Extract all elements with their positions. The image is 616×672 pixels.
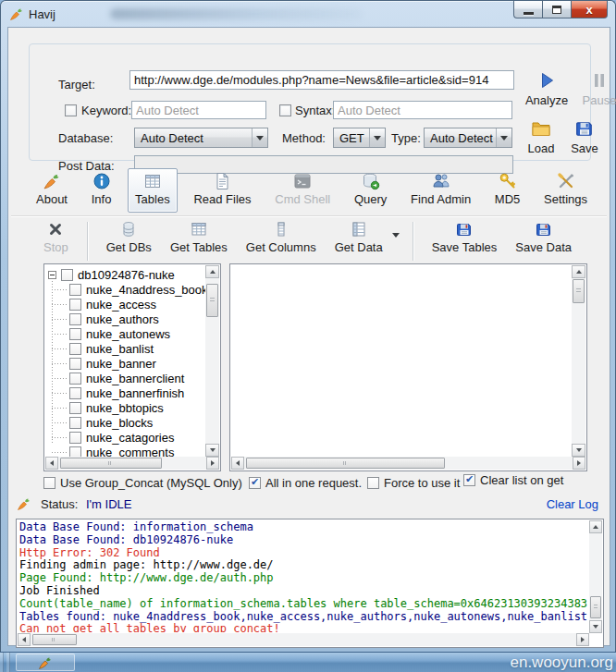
save-data-button[interactable]: Save Data [506,219,581,263]
tab-tables[interactable]: Tables [128,168,178,213]
keyword-checkbox[interactable] [65,104,77,116]
tree-vertical-scrollbar[interactable] [205,265,219,457]
database-select[interactable]: Auto Detect [134,128,268,148]
tree-root-checkbox[interactable] [61,269,73,281]
option-checkbox[interactable] [249,477,261,489]
tab-about[interactable]: About [29,168,75,213]
info-icon [92,172,111,190]
tree-item-checkbox[interactable] [69,446,81,458]
tree-item-row[interactable]: nuke_bannerfinish [44,385,205,400]
tree-horizontal-scrollbar[interactable] [45,457,219,470]
scroll-down-button[interactable] [572,444,585,457]
database-dropdown-button[interactable] [252,128,267,147]
scroll-left-button[interactable] [231,457,244,470]
option-checkbox[interactable] [367,477,379,489]
collapse-expander-icon[interactable] [48,271,56,279]
scroll-down-button[interactable] [205,444,219,457]
tree-root-row[interactable]: db10924876-nuke [44,267,205,282]
get-tables-button[interactable]: Get Tables [161,219,237,263]
target-input[interactable] [129,70,514,90]
maximize-button[interactable] [542,1,571,18]
scroll-left-button[interactable] [18,633,31,646]
tree-item-checkbox[interactable] [69,387,81,399]
scrollbar-thumb[interactable] [590,596,601,618]
method-dropdown-button[interactable] [369,128,385,147]
tables-tree[interactable]: db10924876-nuke nuke_4naddress_book nuke… [44,264,205,457]
scroll-down-button[interactable] [589,620,602,633]
get-columns-button[interactable]: Get Columns [237,219,326,263]
tree-item-row[interactable]: nuke_4naddress_book [44,282,205,297]
tab-find-admin[interactable]: Find Admin [403,168,478,213]
analyze-button[interactable]: Analyze [518,69,575,107]
tree-item-checkbox[interactable] [69,343,81,355]
option-item[interactable]: All in one request. [249,476,362,490]
option-item[interactable]: Use Group_Concat (MySQL Only) [43,476,242,490]
get-data-button[interactable]: Get Data [326,219,392,263]
close-button[interactable]: x [571,1,608,18]
tree-item-row[interactable]: nuke_bannerclient [44,371,205,385]
tree-item-row[interactable]: nuke_catagories [44,430,205,445]
scrollbar-thumb[interactable] [32,634,77,645]
tree-item-checkbox[interactable] [69,299,81,311]
scrollbar-thumb[interactable] [246,458,445,469]
option-checkbox[interactable] [463,474,475,486]
save-button[interactable]: Save [564,117,605,155]
scrollbar-thumb[interactable] [60,458,162,469]
syntax-checkbox[interactable] [279,104,291,116]
scrollbar-thumb[interactable] [206,284,218,317]
type-dropdown-button[interactable] [496,128,511,147]
scroll-right-button[interactable] [573,457,585,470]
scroll-left-button[interactable] [45,457,58,470]
tree-item-row[interactable]: nuke_access [44,297,205,312]
tree-item-checkbox[interactable] [69,328,81,340]
option-item[interactable]: Clear list on get [463,473,563,487]
tree-item-row[interactable]: nuke_authors [44,312,205,326]
tree-item-checkbox[interactable] [69,313,81,325]
syntax-input[interactable] [333,101,512,119]
data-grid-panel[interactable] [229,263,587,471]
tab-query[interactable]: Query [347,168,394,213]
get-dbs-button[interactable]: Get DBs [97,219,161,263]
tree-item-row[interactable]: nuke_blocks [44,415,205,430]
scroll-right-button[interactable] [206,457,219,470]
log-horizontal-scrollbar[interactable] [18,633,589,646]
keyword-input[interactable] [131,101,266,119]
tree-item-row[interactable]: nuke_banlist [44,341,205,356]
method-select[interactable]: GET [333,128,386,148]
scrollbar-thumb[interactable] [573,279,585,303]
tab-read-files[interactable]: Read Files [186,168,258,213]
tab-info[interactable]: Info [84,168,119,213]
scroll-right-button[interactable] [576,633,589,646]
log-panel[interactable]: Data Base Found: information_schema Data… [16,519,604,648]
tree-item-row[interactable]: nuke_banner [44,356,205,371]
taskbar[interactable]: en.wooyun.org [0,652,616,672]
scroll-up-button[interactable] [205,265,219,278]
grid-vertical-scrollbar[interactable] [572,265,585,457]
grid-horizontal-scrollbar[interactable] [231,457,585,470]
load-button[interactable]: Load [521,117,561,155]
tree-item-checkbox[interactable] [69,373,81,385]
log-line: Can not get all tables by group_concat! [19,623,587,632]
get-data-dropdown-button[interactable] [392,219,403,263]
minimize-button[interactable] [513,1,542,18]
save-tables-button[interactable]: Save Tables [423,219,507,263]
tree-item-row[interactable]: nuke_bbtopics [44,400,205,415]
title-bar[interactable]: Havij x [1,1,615,27]
tree-item-row[interactable]: nuke_comments [44,445,205,457]
tree-item-checkbox[interactable] [69,432,81,444]
option-checkbox[interactable] [43,477,55,489]
tree-item-checkbox[interactable] [69,284,81,296]
scroll-up-button[interactable] [572,265,585,278]
scroll-up-button[interactable] [589,520,602,533]
tree-item-checkbox[interactable] [69,402,81,414]
tree-item-checkbox[interactable] [69,417,81,429]
taskbar-havij-button[interactable] [16,654,75,671]
type-select[interactable]: Auto Detect [424,128,512,148]
tab-settings[interactable]: Settings [536,168,595,213]
clear-log-link[interactable]: Clear Log [547,497,598,511]
option-item[interactable]: Force to use it [367,476,460,490]
tree-item-row[interactable]: nuke_autonews [44,326,205,341]
log-vertical-scrollbar[interactable] [589,520,602,633]
tab-md5[interactable]: MD5 [487,168,527,213]
tree-item-checkbox[interactable] [69,358,81,370]
